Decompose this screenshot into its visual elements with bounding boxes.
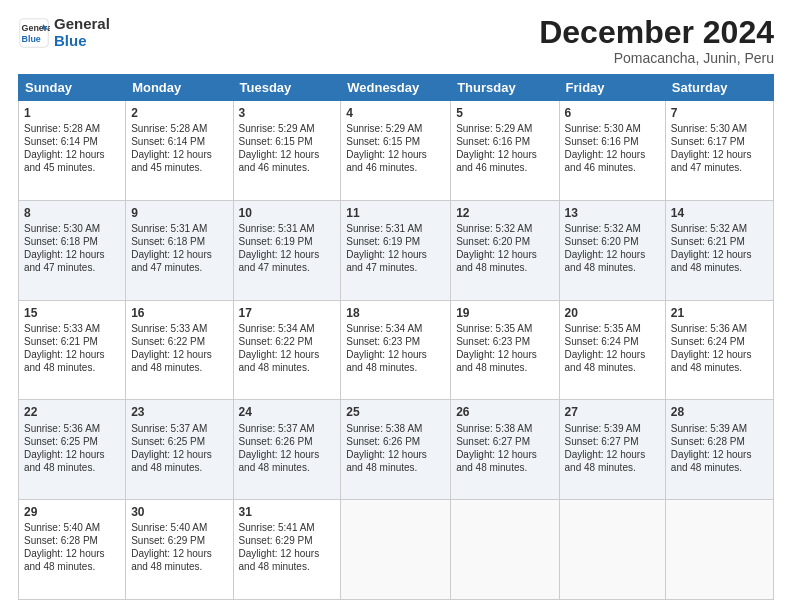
page: General Blue General Blue December 2024 … (0, 0, 792, 612)
day-of-week-header: Saturday (665, 75, 773, 101)
day-number: 3 (239, 105, 336, 121)
day-number: 2 (131, 105, 227, 121)
day-of-week-header: Thursday (451, 75, 559, 101)
day-number: 27 (565, 404, 660, 420)
calendar-week-row: 15Sunrise: 5:33 AMSunset: 6:21 PMDayligh… (19, 300, 774, 400)
day-info: Sunrise: 5:34 AMSunset: 6:22 PMDaylight:… (239, 322, 336, 374)
calendar-cell: 3Sunrise: 5:29 AMSunset: 6:15 PMDaylight… (233, 101, 341, 201)
calendar-cell: 23Sunrise: 5:37 AMSunset: 6:25 PMDayligh… (126, 400, 233, 500)
calendar-cell: 9Sunrise: 5:31 AMSunset: 6:18 PMDaylight… (126, 200, 233, 300)
calendar-header-row: SundayMondayTuesdayWednesdayThursdayFrid… (19, 75, 774, 101)
day-info: Sunrise: 5:31 AMSunset: 6:19 PMDaylight:… (346, 222, 445, 274)
calendar-cell: 4Sunrise: 5:29 AMSunset: 6:15 PMDaylight… (341, 101, 451, 201)
day-number: 28 (671, 404, 768, 420)
day-number: 13 (565, 205, 660, 221)
calendar-cell: 12Sunrise: 5:32 AMSunset: 6:20 PMDayligh… (451, 200, 559, 300)
day-number: 10 (239, 205, 336, 221)
day-info: Sunrise: 5:29 AMSunset: 6:16 PMDaylight:… (456, 122, 553, 174)
calendar-cell: 29Sunrise: 5:40 AMSunset: 6:28 PMDayligh… (19, 500, 126, 600)
calendar-cell: 14Sunrise: 5:32 AMSunset: 6:21 PMDayligh… (665, 200, 773, 300)
day-info: Sunrise: 5:35 AMSunset: 6:24 PMDaylight:… (565, 322, 660, 374)
day-info: Sunrise: 5:33 AMSunset: 6:21 PMDaylight:… (24, 322, 120, 374)
day-info: Sunrise: 5:35 AMSunset: 6:23 PMDaylight:… (456, 322, 553, 374)
logo: General Blue General Blue (18, 16, 110, 49)
day-info: Sunrise: 5:30 AMSunset: 6:18 PMDaylight:… (24, 222, 120, 274)
day-of-week-header: Friday (559, 75, 665, 101)
calendar-cell: 13Sunrise: 5:32 AMSunset: 6:20 PMDayligh… (559, 200, 665, 300)
day-number: 31 (239, 504, 336, 520)
day-info: Sunrise: 5:30 AMSunset: 6:16 PMDaylight:… (565, 122, 660, 174)
day-info: Sunrise: 5:32 AMSunset: 6:20 PMDaylight:… (456, 222, 553, 274)
logo-icon: General Blue (18, 17, 50, 49)
calendar-cell: 27Sunrise: 5:39 AMSunset: 6:27 PMDayligh… (559, 400, 665, 500)
day-number: 23 (131, 404, 227, 420)
day-number: 30 (131, 504, 227, 520)
svg-text:Blue: Blue (22, 33, 41, 43)
title-block: December 2024 Pomacancha, Junin, Peru (539, 16, 774, 66)
day-number: 18 (346, 305, 445, 321)
day-info: Sunrise: 5:31 AMSunset: 6:19 PMDaylight:… (239, 222, 336, 274)
day-info: Sunrise: 5:39 AMSunset: 6:28 PMDaylight:… (671, 422, 768, 474)
day-info: Sunrise: 5:36 AMSunset: 6:24 PMDaylight:… (671, 322, 768, 374)
calendar-cell: 6Sunrise: 5:30 AMSunset: 6:16 PMDaylight… (559, 101, 665, 201)
day-number: 25 (346, 404, 445, 420)
logo-line1: General (54, 16, 110, 33)
day-info: Sunrise: 5:28 AMSunset: 6:14 PMDaylight:… (131, 122, 227, 174)
calendar-week-row: 22Sunrise: 5:36 AMSunset: 6:25 PMDayligh… (19, 400, 774, 500)
calendar-cell: 17Sunrise: 5:34 AMSunset: 6:22 PMDayligh… (233, 300, 341, 400)
day-number: 7 (671, 105, 768, 121)
calendar-cell: 30Sunrise: 5:40 AMSunset: 6:29 PMDayligh… (126, 500, 233, 600)
day-number: 24 (239, 404, 336, 420)
day-info: Sunrise: 5:38 AMSunset: 6:27 PMDaylight:… (456, 422, 553, 474)
day-info: Sunrise: 5:31 AMSunset: 6:18 PMDaylight:… (131, 222, 227, 274)
calendar-cell: 5Sunrise: 5:29 AMSunset: 6:16 PMDaylight… (451, 101, 559, 201)
day-info: Sunrise: 5:40 AMSunset: 6:28 PMDaylight:… (24, 521, 120, 573)
day-number: 8 (24, 205, 120, 221)
calendar-cell: 2Sunrise: 5:28 AMSunset: 6:14 PMDaylight… (126, 101, 233, 201)
calendar-cell: 11Sunrise: 5:31 AMSunset: 6:19 PMDayligh… (341, 200, 451, 300)
logo-text: General Blue (54, 16, 110, 49)
calendar-cell: 1Sunrise: 5:28 AMSunset: 6:14 PMDaylight… (19, 101, 126, 201)
calendar-cell: 7Sunrise: 5:30 AMSunset: 6:17 PMDaylight… (665, 101, 773, 201)
day-info: Sunrise: 5:34 AMSunset: 6:23 PMDaylight:… (346, 322, 445, 374)
day-info: Sunrise: 5:32 AMSunset: 6:20 PMDaylight:… (565, 222, 660, 274)
calendar-cell: 22Sunrise: 5:36 AMSunset: 6:25 PMDayligh… (19, 400, 126, 500)
month-title: December 2024 (539, 16, 774, 48)
day-info: Sunrise: 5:30 AMSunset: 6:17 PMDaylight:… (671, 122, 768, 174)
calendar-cell: 16Sunrise: 5:33 AMSunset: 6:22 PMDayligh… (126, 300, 233, 400)
day-number: 15 (24, 305, 120, 321)
day-number: 16 (131, 305, 227, 321)
day-number: 17 (239, 305, 336, 321)
day-number: 1 (24, 105, 120, 121)
calendar-cell: 25Sunrise: 5:38 AMSunset: 6:26 PMDayligh… (341, 400, 451, 500)
calendar-cell: 24Sunrise: 5:37 AMSunset: 6:26 PMDayligh… (233, 400, 341, 500)
calendar-table: SundayMondayTuesdayWednesdayThursdayFrid… (18, 74, 774, 600)
calendar-cell (665, 500, 773, 600)
day-info: Sunrise: 5:37 AMSunset: 6:25 PMDaylight:… (131, 422, 227, 474)
day-number: 5 (456, 105, 553, 121)
day-info: Sunrise: 5:38 AMSunset: 6:26 PMDaylight:… (346, 422, 445, 474)
day-info: Sunrise: 5:40 AMSunset: 6:29 PMDaylight:… (131, 521, 227, 573)
calendar-week-row: 29Sunrise: 5:40 AMSunset: 6:28 PMDayligh… (19, 500, 774, 600)
day-info: Sunrise: 5:29 AMSunset: 6:15 PMDaylight:… (239, 122, 336, 174)
day-info: Sunrise: 5:28 AMSunset: 6:14 PMDaylight:… (24, 122, 120, 174)
calendar-cell: 28Sunrise: 5:39 AMSunset: 6:28 PMDayligh… (665, 400, 773, 500)
location-subtitle: Pomacancha, Junin, Peru (539, 50, 774, 66)
day-info: Sunrise: 5:29 AMSunset: 6:15 PMDaylight:… (346, 122, 445, 174)
day-number: 20 (565, 305, 660, 321)
calendar-cell: 15Sunrise: 5:33 AMSunset: 6:21 PMDayligh… (19, 300, 126, 400)
calendar-cell: 26Sunrise: 5:38 AMSunset: 6:27 PMDayligh… (451, 400, 559, 500)
day-of-week-header: Wednesday (341, 75, 451, 101)
calendar-cell (341, 500, 451, 600)
calendar-cell: 21Sunrise: 5:36 AMSunset: 6:24 PMDayligh… (665, 300, 773, 400)
calendar-week-row: 8Sunrise: 5:30 AMSunset: 6:18 PMDaylight… (19, 200, 774, 300)
day-of-week-header: Sunday (19, 75, 126, 101)
calendar-week-row: 1Sunrise: 5:28 AMSunset: 6:14 PMDaylight… (19, 101, 774, 201)
day-info: Sunrise: 5:41 AMSunset: 6:29 PMDaylight:… (239, 521, 336, 573)
day-info: Sunrise: 5:37 AMSunset: 6:26 PMDaylight:… (239, 422, 336, 474)
day-number: 19 (456, 305, 553, 321)
day-number: 6 (565, 105, 660, 121)
calendar-cell: 19Sunrise: 5:35 AMSunset: 6:23 PMDayligh… (451, 300, 559, 400)
calendar-cell (451, 500, 559, 600)
day-number: 29 (24, 504, 120, 520)
